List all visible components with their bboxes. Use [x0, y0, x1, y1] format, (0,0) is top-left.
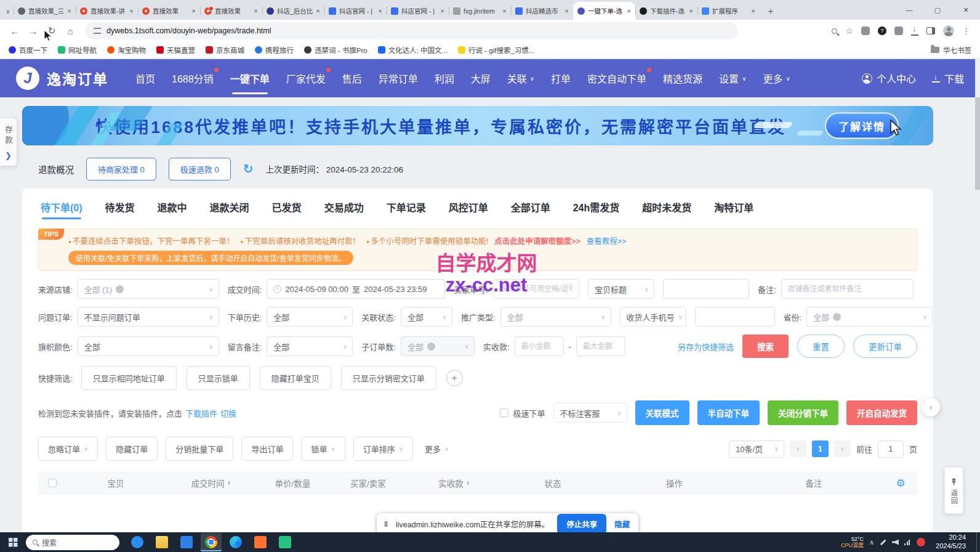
nav-item-print[interactable]: 打单 — [551, 59, 571, 97]
tab-24h-ship[interactable]: 24h需发货 — [573, 200, 620, 225]
bookmark-ctrip[interactable]: 携程旅行 — [255, 45, 294, 55]
taskbar-clock[interactable]: 20:242024/5/23 — [936, 534, 966, 551]
download-link[interactable]: 下载 — [932, 71, 964, 86]
nav-item-bigscreen[interactable]: 大屏 — [471, 59, 491, 97]
tray-red-app-icon[interactable] — [917, 538, 925, 546]
side-drawer-tab[interactable]: 存款 — [0, 118, 17, 166]
next-page-button[interactable]: › — [834, 440, 851, 457]
nav-item-aftersale[interactable]: 售后 — [342, 59, 362, 97]
bookmark-jd[interactable]: 京东商城 — [206, 45, 244, 55]
title-field-select[interactable]: 宝贝标题 — [588, 279, 654, 299]
relation-mode-button[interactable]: 关联模式 — [635, 400, 689, 425]
speaker-icon[interactable] — [892, 540, 899, 545]
select-all-checkbox[interactable] — [38, 479, 66, 487]
suborder-count-select[interactable]: 全部 — [401, 336, 475, 356]
bookmark-baidu[interactable]: 百度一下 — [9, 45, 47, 55]
order-history-select[interactable]: 全部 — [267, 307, 353, 327]
taskbar-app-chrome[interactable] — [201, 533, 222, 551]
sort-icon[interactable] — [466, 481, 470, 486]
bookmark-star-icon[interactable]: ☆ — [845, 26, 853, 36]
taskbar-search-box[interactable]: 搜索 — [26, 535, 119, 550]
source-shop-select[interactable]: 全部 (1) — [78, 279, 219, 299]
bookmark-gif[interactable]: 行说 - gif搜索_习惯... — [458, 45, 534, 55]
hide-order-button[interactable]: 隐藏订单 — [106, 437, 158, 461]
update-orders-button[interactable]: 更新订单 — [853, 335, 917, 358]
bookmark-tmall[interactable]: 天猫直营 — [156, 45, 195, 55]
browser-tab-7[interactable]: 抖店官网 - | — [387, 2, 449, 20]
browser-menu-icon[interactable] — [962, 26, 970, 36]
tab-list-chevron-icon[interactable] — [2, 2, 14, 20]
nav-item-settings[interactable]: 设置 — [719, 59, 746, 97]
taskbar-app-green[interactable] — [275, 533, 295, 551]
cpu-temp-widget[interactable]: 52°CCPU温度 — [841, 536, 864, 549]
url-bar[interactable]: dywebs.1tsoft.com/douyin-web/pages/trade… — [85, 22, 737, 39]
service-mark-select[interactable]: 不标注客服 — [553, 403, 627, 423]
browser-tab-2[interactable]: 直播效果-讲 — [76, 2, 138, 20]
province-select[interactable]: 全部 — [806, 307, 933, 327]
flag-color-select[interactable]: 全部 — [78, 336, 219, 356]
taskbar-app-explorer[interactable] — [151, 533, 172, 551]
tab-close-icon[interactable] — [751, 8, 755, 14]
profile-avatar[interactable] — [943, 25, 954, 36]
quick-filter-same-address[interactable]: 只显示相同地址订单 — [81, 366, 177, 390]
tab-refund-closed[interactable]: 退款关闭 — [210, 200, 249, 225]
banner-detail-button[interactable]: 了解详情 — [825, 113, 899, 139]
quick-filter-locked[interactable]: 只显示锁单 — [187, 366, 250, 390]
min-amount-input[interactable] — [515, 336, 564, 356]
side-panel-icon[interactable] — [926, 27, 935, 34]
apply-quota-link[interactable]: 点击此处申请解密额度>> — [494, 235, 580, 246]
deal-time-range[interactable]: 2024-05-09 00:00至2024-05-23 23:59 — [267, 279, 445, 299]
network-icon[interactable] — [904, 540, 911, 545]
remark-input[interactable] — [781, 279, 914, 299]
bookmarks-folder[interactable]: 华七书签 — [931, 45, 971, 55]
nav-item-home[interactable]: 首页 — [135, 59, 155, 97]
tab-close-icon[interactable] — [67, 8, 71, 14]
quick-filter-cipher[interactable]: 只显示分销密文订单 — [341, 366, 436, 390]
browser-tab-5[interactable]: 抖店_后台比 — [262, 2, 324, 20]
checkbox-icon[interactable] — [500, 408, 508, 417]
tab-close-icon[interactable] — [378, 8, 382, 14]
current-page-button[interactable]: 1 — [812, 440, 829, 457]
bookmark-shuqi[interactable]: 违禁词 - 书旗Pro — [304, 45, 367, 55]
taskbar-app-chat[interactable] — [127, 533, 148, 551]
bookmark-culture[interactable]: 文化达人: 中国文... — [378, 45, 448, 55]
nav-item-more[interactable]: 更多 — [763, 59, 790, 97]
browser-tab-9[interactable]: 抖店精选市 — [511, 2, 573, 20]
new-tab-button[interactable] — [763, 3, 778, 18]
tab-close-icon[interactable] — [129, 8, 134, 14]
ignore-order-button[interactable]: 忽略订单 — [38, 437, 98, 461]
relation-status-select[interactable]: 全部 — [401, 307, 452, 327]
view-tutorial-link[interactable]: 查看教程>> — [587, 235, 627, 246]
extension-icon[interactable] — [861, 26, 870, 35]
add-quick-filter-button[interactable] — [446, 370, 463, 386]
semi-auto-order-button[interactable]: 半自动下单 — [697, 400, 760, 425]
quick-filter-hide-printed[interactable]: 隐藏打单宝贝 — [260, 366, 331, 390]
message-remark-select[interactable]: 全部 — [267, 336, 353, 356]
back-button[interactable]: ← — [6, 22, 23, 39]
stop-sharing-button[interactable]: 停止共享 — [557, 514, 606, 534]
promo-type-select[interactable]: 全部 — [500, 307, 611, 327]
tab-close-icon[interactable] — [191, 8, 196, 14]
forward-button[interactable]: → — [25, 22, 42, 39]
nav-item-abnormal[interactable]: 异常订单 — [379, 59, 418, 97]
col-paid[interactable]: 实收款 — [408, 477, 500, 489]
export-order-button[interactable]: 导出订单 — [241, 437, 293, 461]
taskbar-app-edge[interactable] — [225, 533, 246, 551]
browser-tab-active[interactable]: 一键下单-逸 — [573, 2, 635, 20]
nav-item-selected-supply[interactable]: 精选货源 — [663, 59, 702, 97]
tab-taote[interactable]: 淘特订单 — [714, 200, 753, 225]
reload-button[interactable]: ↻ — [43, 22, 60, 39]
site-settings-icon[interactable] — [94, 28, 101, 34]
nav-item-one-key-order[interactable]: 一键下单 — [230, 59, 270, 97]
tab-close-icon[interactable] — [564, 8, 569, 14]
tab-shipped[interactable]: 已发货 — [272, 200, 302, 225]
close-distribution-button[interactable]: 关闭分销下单 — [768, 400, 838, 425]
yitao-logo-icon[interactable] — [16, 67, 39, 90]
column-settings-gear-icon[interactable] — [884, 477, 917, 490]
window-close-button[interactable] — [952, 0, 980, 20]
auto-ship-button[interactable]: 开启自动发货 — [846, 400, 917, 425]
taskbar-app-store[interactable] — [176, 533, 197, 551]
pending-merchant-button[interactable]: 待商家处理 0 — [86, 158, 156, 181]
nav-item-profit[interactable]: 利润 — [435, 59, 454, 97]
goto-page-input[interactable] — [878, 440, 904, 458]
